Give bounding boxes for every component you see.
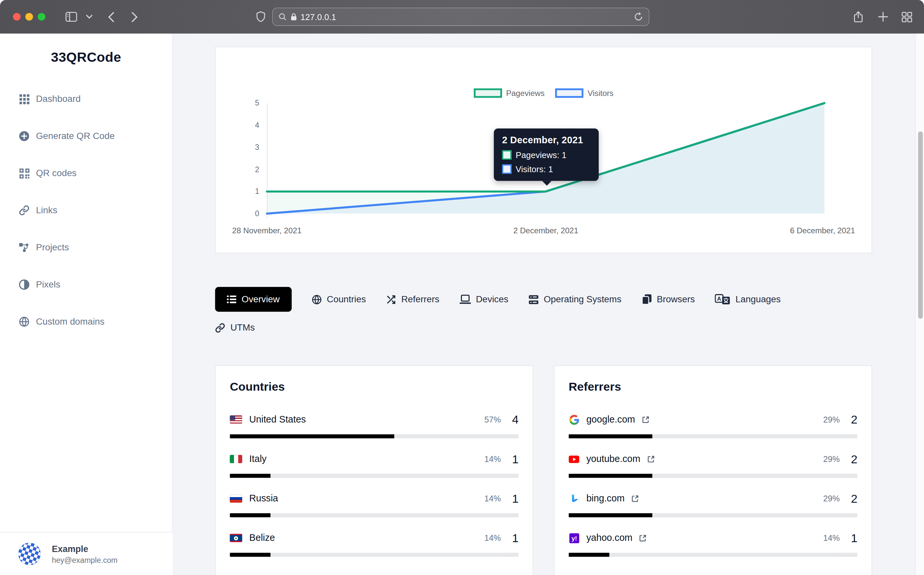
sidebar-item-label: QR codes xyxy=(36,168,76,178)
scrollbar-track[interactable] xyxy=(915,33,924,575)
yahoo-favicon: y! xyxy=(569,533,579,543)
address-bar[interactable]: 127.0.0.1 xyxy=(272,8,649,26)
new-tab-icon[interactable] xyxy=(875,0,891,33)
share-icon[interactable] xyxy=(850,0,866,33)
user-name: Example xyxy=(52,543,117,553)
sidebar-item-projects[interactable]: Projects xyxy=(18,235,172,260)
avatar xyxy=(16,540,44,568)
percent-value: 57% xyxy=(484,415,501,424)
legend-item-visitors[interactable]: Visitors xyxy=(555,88,614,98)
legend-label: Pageviews xyxy=(506,89,545,98)
progress-fill xyxy=(230,434,394,438)
tab-referrers[interactable]: Referrers xyxy=(386,287,439,311)
referrer-row: y! yahoo.com 14% 1 xyxy=(569,530,857,557)
country-row: Belize 14% 1 xyxy=(230,530,519,557)
laptop-icon xyxy=(459,295,470,304)
progress-track xyxy=(230,513,519,518)
legend-item-pageviews[interactable]: Pageviews xyxy=(474,88,545,98)
count-value: 1 xyxy=(849,531,857,545)
back-button[interactable] xyxy=(104,0,118,33)
sidebar-item-links[interactable]: Links xyxy=(18,197,172,224)
referrer-link[interactable]: youtube.com xyxy=(586,454,640,464)
external-link-icon[interactable] xyxy=(638,534,647,542)
qr-code-icon xyxy=(18,167,30,179)
external-link-icon[interactable] xyxy=(646,455,655,464)
sidebar-item-custom-domains[interactable]: Custom domains xyxy=(18,309,172,335)
tab-devices[interactable]: Devices xyxy=(459,287,508,311)
sidebar-toggle-icon[interactable] xyxy=(64,0,79,33)
percent-value: 29% xyxy=(823,494,840,504)
belize-flag-icon xyxy=(230,534,242,542)
panel-title: Countries xyxy=(230,380,519,394)
progress-track xyxy=(230,553,519,557)
chevron-down-icon[interactable] xyxy=(84,0,94,33)
analytics-tabs: Overview Countries Referrers Devices xyxy=(215,287,875,340)
brand-logo[interactable]: 33QRCode xyxy=(0,49,172,65)
progress-fill xyxy=(569,434,653,438)
forward-button[interactable] xyxy=(127,0,141,33)
tab-languages[interactable]: A Languages xyxy=(715,287,781,311)
half-circle-icon xyxy=(18,279,30,291)
referrer-row: google.com 29% 2 xyxy=(569,412,857,438)
count-value: 2 xyxy=(849,492,857,505)
progress-track xyxy=(569,553,857,557)
sidebar-item-generate-qr[interactable]: Generate QR Code xyxy=(18,123,172,149)
youtube-favicon xyxy=(569,454,579,464)
list-icon xyxy=(227,295,236,303)
minimize-button[interactable] xyxy=(25,13,33,21)
count-value: 1 xyxy=(510,531,519,545)
progress-fill xyxy=(569,553,609,557)
dashboard-grid-icon xyxy=(18,93,30,105)
tooltip-date: 2 December, 2021 xyxy=(502,135,591,146)
tab-utms[interactable]: UTMs xyxy=(215,315,255,340)
country-row: Italy 14% 1 xyxy=(230,451,519,478)
google-favicon xyxy=(569,415,579,425)
analytics-chart-card: Pageviews Visitors 54 32 10 2 De xyxy=(215,47,872,253)
tooltip-row-visitors: Visitors: 1 xyxy=(502,164,591,174)
user-account[interactable]: Example hey@example.com xyxy=(0,532,173,575)
globe-icon xyxy=(18,316,30,327)
pageviews-swatch xyxy=(502,150,511,160)
tab-browsers[interactable]: Browsers xyxy=(641,287,695,311)
close-button[interactable] xyxy=(13,13,21,21)
globe-icon xyxy=(311,294,321,304)
sidebar-item-dashboard[interactable]: Dashboard xyxy=(18,86,172,112)
sidebar: 33QRCode Dashboard Generate QR Code xyxy=(0,33,173,575)
tab-overview[interactable]: Overview xyxy=(215,287,292,311)
progress-track xyxy=(569,474,857,478)
count-value: 2 xyxy=(849,413,857,426)
tab-countries[interactable]: Countries xyxy=(311,287,366,311)
user-email: hey@example.com xyxy=(52,555,117,564)
translate-icon: A xyxy=(715,294,730,305)
sidebar-nav: Dashboard Generate QR Code QR codes xyxy=(0,86,172,335)
project-nodes-icon xyxy=(18,241,30,253)
sidebar-item-pixels[interactable]: Pixels xyxy=(18,272,172,298)
progress-fill xyxy=(230,553,270,557)
percent-value: 14% xyxy=(484,454,501,464)
svg-text:A: A xyxy=(717,296,721,302)
scrollbar-thumb[interactable] xyxy=(918,132,922,319)
referrer-link[interactable]: bing.com xyxy=(586,493,624,504)
svg-text:y!: y! xyxy=(571,535,577,542)
reload-icon[interactable] xyxy=(634,13,643,21)
privacy-shield-icon[interactable] xyxy=(253,0,267,33)
link-icon xyxy=(18,204,30,216)
referrer-link[interactable]: google.com xyxy=(586,415,635,425)
bing-favicon xyxy=(569,493,579,504)
russia-flag-icon xyxy=(230,494,242,503)
tab-operating-systems[interactable]: Operating Systems xyxy=(529,287,621,311)
sidebar-item-label: Dashboard xyxy=(36,94,81,104)
zoom-button[interactable] xyxy=(38,13,45,21)
referrer-link[interactable]: yahoo.com xyxy=(586,533,632,543)
external-link-icon[interactable] xyxy=(641,415,650,424)
external-link-icon[interactable] xyxy=(630,494,640,503)
count-value: 1 xyxy=(510,452,519,465)
sidebar-item-qr-codes[interactable]: QR codes xyxy=(18,160,172,186)
count-value: 4 xyxy=(510,413,519,426)
x-axis-labels: 28 November, 2021 2 December, 2021 6 Dec… xyxy=(232,226,855,235)
progress-fill xyxy=(569,513,653,518)
tooltip-row-pageviews: Pageviews: 1 xyxy=(502,150,591,160)
percent-value: 29% xyxy=(823,415,840,424)
server-icon xyxy=(529,294,538,304)
tab-overview-icon[interactable] xyxy=(899,0,915,33)
